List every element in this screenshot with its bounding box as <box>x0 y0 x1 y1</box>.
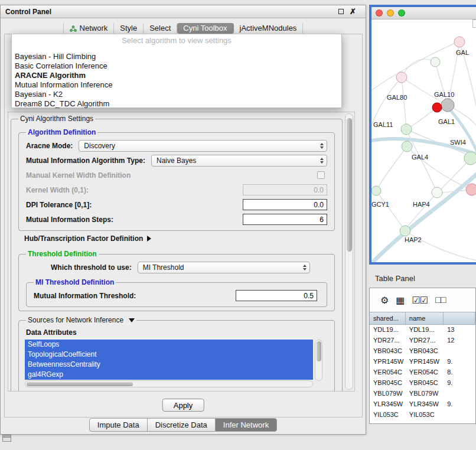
mi-threshold-input[interactable] <box>236 290 317 301</box>
table-row[interactable]: YIL053CYIL053C <box>370 410 475 420</box>
settings-scrollpane: Cyni Algorithm Settings Algorithm Defini… <box>8 112 355 392</box>
column-selector-icon[interactable]: ▦ <box>396 295 404 306</box>
tab-style[interactable]: Style <box>114 23 144 34</box>
data-attribute-item[interactable]: TopologicalCoefficient <box>25 350 313 360</box>
minimize-button[interactable] <box>387 9 394 17</box>
desktop: Control Panel ✗ Network Style Select <box>0 0 476 450</box>
traffic-lights <box>376 9 405 17</box>
network-edge[interactable] <box>371 77 402 126</box>
dpi-tolerance-input[interactable] <box>243 199 327 210</box>
table-cell: 9. <box>444 399 475 410</box>
table-row[interactable]: YLR345WYLR345W9. <box>370 399 475 410</box>
control-panel-tabbar: Network Style Select Cyni Toolbox jActiv… <box>1 23 366 34</box>
algorithm-option[interactable]: Dream8 DC_TDC Algorithm <box>12 99 341 109</box>
float-window-icon[interactable] <box>338 9 344 14</box>
network-node[interactable] <box>454 37 465 47</box>
tab-impute-data[interactable]: Impute Data <box>89 418 148 432</box>
network-node[interactable] <box>401 124 412 135</box>
network-edge[interactable] <box>407 146 466 187</box>
aracne-mode-select[interactable]: Discovery <box>79 140 327 152</box>
network-edge[interactable] <box>371 43 455 90</box>
network-edge[interactable] <box>405 231 476 260</box>
network-edge[interactable] <box>378 146 407 188</box>
aracne-mode-label: Aracne Mode: <box>26 142 73 150</box>
zoom-button[interactable] <box>398 9 405 17</box>
network-node[interactable] <box>400 226 410 236</box>
network-edge[interactable] <box>373 174 476 262</box>
node-label: SWI4 <box>450 139 466 146</box>
manual-kernel-checkbox[interactable] <box>317 171 325 179</box>
data-attribute-item[interactable]: BetweennessCentrality <box>25 360 313 370</box>
algorithm-option[interactable]: ARACNE Algorithm <box>12 71 341 80</box>
window-title: Control Panel <box>5 8 51 16</box>
algorithm-option[interactable]: Mutual Information Inference <box>12 80 341 90</box>
close-window-icon[interactable]: ✗ <box>350 9 356 15</box>
close-button[interactable] <box>376 9 383 17</box>
algorithm-dropdown-placeholder: Select algorithm to view settings <box>12 36 341 45</box>
network-icon <box>70 25 77 32</box>
attributes-vertical-scrollbar[interactable] <box>315 340 322 381</box>
network-node[interactable] <box>371 186 381 195</box>
table-row[interactable]: YBR043CYBR043C <box>370 346 475 357</box>
network-edge[interactable] <box>402 77 406 129</box>
node-label: GAL11 <box>373 121 393 128</box>
data-attribute-item[interactable]: SelfLoops <box>25 340 313 350</box>
attributes-horizontal-scrollbar[interactable] <box>25 380 313 387</box>
network-edge[interactable] <box>376 191 402 227</box>
network-node[interactable] <box>466 184 476 195</box>
table-row[interactable]: YPR145WYPR145W9. <box>370 357 475 367</box>
mi-steps-input[interactable] <box>243 214 327 225</box>
network-node[interactable] <box>441 99 454 112</box>
tab-discretize-data[interactable]: Discretize Data <box>147 418 216 432</box>
restore-panel-icon[interactable] <box>2 435 11 442</box>
chevron-down-icon[interactable] <box>129 318 135 322</box>
which-threshold-select[interactable]: MI Threshold <box>138 262 310 273</box>
table-header: shared... name <box>370 312 475 325</box>
settings-vertical-scrollbar[interactable] <box>345 113 353 390</box>
aracne-mode-value: Discovery <box>84 142 115 150</box>
network-node[interactable] <box>432 103 442 112</box>
gear-icon[interactable]: ⚙ <box>380 295 388 306</box>
network-edge[interactable] <box>402 77 443 103</box>
table-row[interactable]: YDR27...YDR27...12 <box>370 335 475 346</box>
network-node[interactable] <box>396 72 407 83</box>
algorithm-option[interactable]: Bayesian - Hill Climbing <box>12 52 341 61</box>
column-header-shared[interactable]: shared... <box>370 312 406 324</box>
table-row[interactable]: YBL079WYBL079W <box>370 389 475 399</box>
network-node[interactable] <box>431 57 440 67</box>
table-row[interactable]: YDL19...YDL19...13 <box>370 325 475 335</box>
tab-select[interactable]: Select <box>144 23 177 34</box>
apply-button[interactable]: Apply <box>162 399 204 412</box>
hub-definition-toggle[interactable]: Hub/Transcription Factor Definition <box>16 231 337 246</box>
data-attribute-item[interactable]: gal4RGexp <box>25 370 313 380</box>
algorithm-option[interactable]: Basic Correlation Inference <box>12 61 341 71</box>
node-label: GAL4 <box>412 154 428 161</box>
network-node[interactable] <box>432 187 442 198</box>
node-label: GAL <box>456 49 469 56</box>
hub-definition-label: Hub/Transcription Factor Definition <box>24 234 143 243</box>
table-row[interactable]: YER054CYER054C8. <box>370 367 475 378</box>
table-row[interactable]: YBR045CYBR045C9. <box>370 378 475 389</box>
table-cell: 9. <box>444 378 475 389</box>
table-cell: YBR043C <box>406 346 444 357</box>
tab-infer-network[interactable]: Infer Network <box>215 418 277 432</box>
mi-type-select[interactable]: Naive Bayes <box>151 155 327 167</box>
chevron-right-icon <box>147 236 151 242</box>
deselect-all-icon[interactable]: □□ <box>435 295 445 305</box>
table-cell: YPR145W <box>406 357 444 367</box>
sources-title: Sources for Network Inference <box>26 316 136 324</box>
network-node[interactable] <box>402 141 412 152</box>
tab-jactivemnodules[interactable]: jActiveMNodules <box>234 23 304 34</box>
table-cell: YDL19... <box>406 325 444 335</box>
network-canvas[interactable]: GAL80GAL10GAL11GAL1SWI4GAL4GCY1HAP4HAP2G… <box>371 19 476 262</box>
column-header-extra[interactable] <box>444 312 475 324</box>
table-cell: YIL053C <box>370 410 406 420</box>
network-node[interactable] <box>464 152 476 165</box>
tab-cyni-toolbox[interactable]: Cyni Toolbox <box>177 23 233 34</box>
algorithm-option[interactable]: Bayesian - K2 <box>12 90 341 99</box>
select-all-icon[interactable]: ☑☑ <box>412 295 428 306</box>
column-header-name[interactable]: name <box>406 312 444 324</box>
algorithm-dropdown-popup: Select algorithm to view settings Bayesi… <box>11 34 342 108</box>
tab-network[interactable]: Network <box>63 23 115 34</box>
cyni-algorithm-settings-title: Cyni Algorithm Settings <box>18 115 95 123</box>
